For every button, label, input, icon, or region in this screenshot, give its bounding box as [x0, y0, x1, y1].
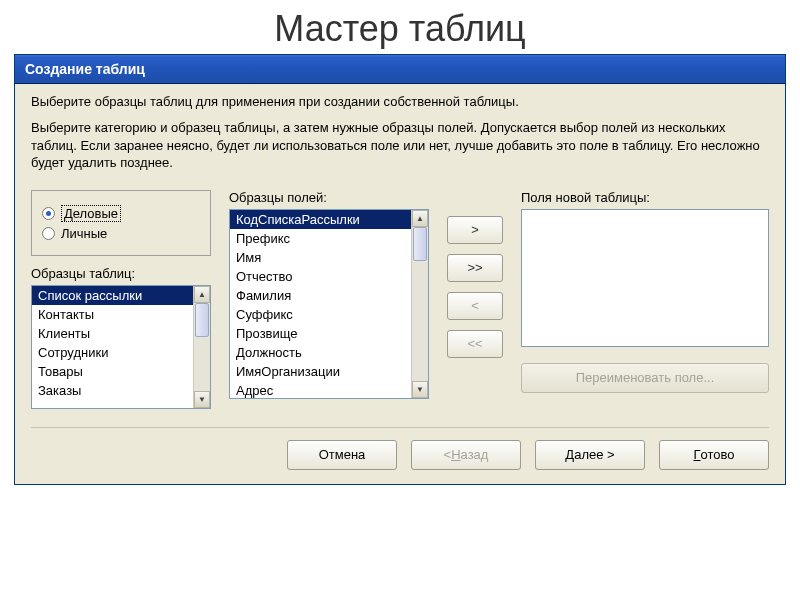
scroll-up-icon[interactable]: ▲ [194, 286, 210, 303]
list-item[interactable]: Имя [230, 248, 411, 267]
list-item[interactable]: Префикс [230, 229, 411, 248]
titlebar: Создание таблиц [15, 55, 785, 84]
cancel-button[interactable]: Отмена [287, 440, 397, 470]
radio-personal-label: Личные [61, 226, 107, 241]
back-button: < Назад [411, 440, 521, 470]
list-item[interactable]: ИмяОрганизации [230, 362, 411, 381]
list-item[interactable]: Суффикс [230, 305, 411, 324]
scroll-track[interactable] [194, 303, 210, 391]
add-all-button[interactable]: >> [447, 254, 503, 282]
scroll-track[interactable] [412, 227, 428, 381]
list-item[interactable]: Список рассылки [32, 286, 193, 305]
list-item[interactable]: Сотрудники [32, 343, 193, 362]
list-item[interactable]: Фамилия [230, 286, 411, 305]
new-fields-label: Поля новой таблицы: [521, 190, 769, 205]
radio-business-label: Деловые [61, 205, 121, 222]
scroll-up-icon[interactable]: ▲ [412, 210, 428, 227]
back-accel: Н [451, 447, 460, 462]
next-accel: Д [565, 447, 574, 462]
left-column: Деловые Личные Образцы таблиц: Список ра… [31, 190, 211, 409]
back-rest: азад [461, 447, 489, 462]
list-item[interactable]: Должность [230, 343, 411, 362]
rename-field-button: Переименовать поле... [521, 363, 769, 393]
scroll-thumb[interactable] [413, 227, 427, 261]
list-item[interactable]: Контакты [32, 305, 193, 324]
list-item[interactable]: Заказы [32, 381, 193, 400]
remove-all-button[interactable]: << [447, 330, 503, 358]
right-column: Поля новой таблицы: Переименовать поле..… [521, 190, 769, 409]
finish-accel: Г [693, 447, 700, 462]
wizard-content: Выберите образцы таблиц для применения п… [15, 84, 785, 484]
list-item[interactable]: Адрес [230, 381, 411, 398]
finish-rest: отово [701, 447, 735, 462]
list-item[interactable]: Товары [32, 362, 193, 381]
add-button[interactable]: > [447, 216, 503, 244]
category-group: Деловые Личные [31, 190, 211, 256]
transfer-buttons: > >> < << [447, 190, 503, 409]
next-button[interactable]: Далее > [535, 440, 645, 470]
list-item[interactable]: Клиенты [32, 324, 193, 343]
next-rest: алее > [574, 447, 614, 462]
middle-row: Деловые Личные Образцы таблиц: Список ра… [31, 190, 769, 409]
mid-column: Образцы полей: КодСпискаРассылки Префикс… [229, 190, 429, 409]
sample-fields-listbox[interactable]: КодСпискаРассылки Префикс Имя Отчество Ф… [229, 209, 429, 399]
scroll-thumb[interactable] [195, 303, 209, 337]
scrollbar[interactable]: ▲ ▼ [411, 210, 428, 398]
finish-button[interactable]: Готово [659, 440, 769, 470]
sample-tables-items: Список рассылки Контакты Клиенты Сотрудн… [32, 286, 193, 408]
intro-text-2: Выберите категорию и образец таблицы, а … [31, 119, 769, 172]
list-item[interactable]: Прозвище [230, 324, 411, 343]
sample-fields-label: Образцы полей: [229, 190, 429, 205]
wizard-footer: Отмена < Назад Далее > Готово [31, 427, 769, 470]
new-fields-listbox[interactable] [521, 209, 769, 347]
remove-button[interactable]: < [447, 292, 503, 320]
sample-tables-label: Образцы таблиц: [31, 266, 211, 281]
list-item[interactable]: Отчество [230, 267, 411, 286]
scroll-down-icon[interactable]: ▼ [194, 391, 210, 408]
radio-business[interactable]: Деловые [42, 205, 200, 222]
intro-text-1: Выберите образцы таблиц для применения п… [31, 94, 769, 109]
slide-title: Мастер таблиц [0, 0, 800, 54]
list-item[interactable]: КодСпискаРассылки [230, 210, 411, 229]
sample-tables-listbox[interactable]: Список рассылки Контакты Клиенты Сотрудн… [31, 285, 211, 409]
back-prefix: < [444, 447, 452, 462]
radio-icon [42, 207, 55, 220]
scroll-down-icon[interactable]: ▼ [412, 381, 428, 398]
radio-icon [42, 227, 55, 240]
scrollbar[interactable]: ▲ ▼ [193, 286, 210, 408]
wizard-window: Создание таблиц Выберите образцы таблиц … [14, 54, 786, 485]
sample-fields-items: КодСпискаРассылки Префикс Имя Отчество Ф… [230, 210, 411, 398]
radio-personal[interactable]: Личные [42, 226, 200, 241]
